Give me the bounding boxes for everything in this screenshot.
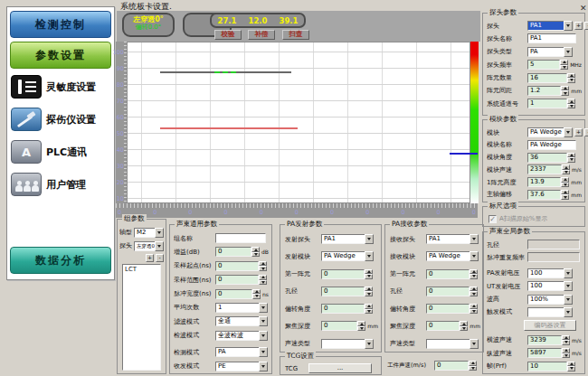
element-height-input[interactable]: 13.9 <box>527 177 561 187</box>
spinner[interactable] <box>561 190 569 200</box>
system-channel-input[interactable]: 1 <box>527 99 567 108</box>
chevron-down-icon[interactable] <box>564 281 573 291</box>
spinner[interactable] <box>365 287 373 296</box>
txrx-mode-select[interactable]: PE <box>215 362 268 371</box>
tx-focus-depth-input[interactable]: 0 <box>321 321 357 331</box>
chevron-down-icon[interactable] <box>259 303 268 313</box>
chevron-down-icon[interactable] <box>155 228 164 238</box>
spinner[interactable] <box>562 348 570 358</box>
spinner[interactable] <box>561 86 569 96</box>
probe-frequency-input[interactable]: 5 <box>527 60 560 70</box>
spinner[interactable] <box>251 247 260 257</box>
rectify-mode-select[interactable]: 全波检波 <box>215 331 268 341</box>
rx-probe-select[interactable]: PA1 <box>426 234 479 244</box>
chevron-down-icon[interactable] <box>365 251 374 261</box>
calibrate-button[interactable]: 校验 <box>214 30 242 40</box>
spinner[interactable] <box>562 164 570 174</box>
chevron-down-icon[interactable] <box>155 241 164 251</box>
tx-wedge-select[interactable]: PA Wedge <box>321 251 374 261</box>
spinner[interactable] <box>365 269 373 279</box>
add-probe-button[interactable]: + <box>574 22 583 30</box>
remove-group-button[interactable]: - <box>156 254 164 262</box>
chevron-down-icon[interactable] <box>469 339 479 349</box>
rx-aperture-input[interactable]: 0 <box>426 287 469 296</box>
marker-line-green[interactable] <box>214 71 236 73</box>
wedge-name-input[interactable]: PA Wedge <box>527 140 576 150</box>
tcg-edit-button[interactable]: ... <box>308 363 372 373</box>
element-count-input[interactable]: 16 <box>527 73 567 83</box>
sidebar-item-flaw-detector[interactable]: 探伤仪设置 <box>11 103 112 136</box>
sample-range-input[interactable]: 0 <box>215 275 259 285</box>
rx-steer-angle-input[interactable]: 0 <box>426 304 469 314</box>
rx-first-element-input[interactable]: 0 <box>426 269 469 279</box>
rx-focus-depth-input[interactable]: 0 <box>426 321 460 331</box>
chevron-down-icon[interactable] <box>259 362 268 371</box>
element-pitch-input[interactable]: 1.2 <box>527 86 561 96</box>
detect-mode-select[interactable]: PA <box>215 347 268 357</box>
sidebar-item-users[interactable]: 用户管理 <box>11 168 112 201</box>
axis-type-select[interactable]: M2 <box>134 228 164 238</box>
chevron-down-icon[interactable] <box>564 127 573 137</box>
spinner[interactable] <box>469 287 478 296</box>
filter-mode-select[interactable]: 全通 <box>215 316 268 326</box>
remove-wedge-button[interactable]: - <box>584 128 588 136</box>
group-list[interactable]: LCT <box>122 264 161 371</box>
wedge-angle-input[interactable]: 36 <box>527 153 567 163</box>
close-icon[interactable]: ✕ <box>580 4 587 13</box>
chevron-down-icon[interactable] <box>564 268 573 278</box>
sidebar-item-plc[interactable]: PLC通讯 <box>11 136 112 168</box>
sidebar-button-data-analysis[interactable]: 数据分析 <box>10 247 111 274</box>
group-probe-select[interactable]: 左穿透0° <box>134 241 164 251</box>
chevron-down-icon[interactable] <box>564 307 573 317</box>
spinner[interactable] <box>469 269 478 279</box>
spinner[interactable] <box>259 275 267 285</box>
ascan-scale-checkbox[interactable]: ✓ <box>488 215 497 223</box>
compensate-button[interactable]: 补偿 <box>248 30 275 40</box>
probe-select[interactable]: PA1 <box>527 21 573 31</box>
remove-probe-button[interactable]: - <box>584 22 588 30</box>
spinner[interactable] <box>567 73 575 83</box>
spinner[interactable] <box>252 289 261 299</box>
chevron-down-icon[interactable] <box>259 316 268 326</box>
spinner[interactable] <box>561 177 569 187</box>
spinner[interactable] <box>259 261 267 271</box>
average-count-select[interactable]: 1 <box>215 303 268 313</box>
tx-steer-angle-input[interactable]: 0 <box>321 304 365 314</box>
longitudinal-velocity-input[interactable]: 5897 <box>527 348 562 358</box>
chevron-down-icon[interactable] <box>365 339 374 349</box>
chevron-down-icon[interactable] <box>259 331 268 341</box>
wave-height-select[interactable]: 100% <box>527 295 573 305</box>
tx-first-element-input[interactable]: 0 <box>321 269 365 279</box>
spinner[interactable] <box>469 361 477 371</box>
spinner[interactable] <box>567 99 575 108</box>
scan-plot-area[interactable] <box>127 42 470 203</box>
gate-line-red[interactable] <box>160 127 298 129</box>
chevron-down-icon[interactable] <box>259 347 268 357</box>
chevron-down-icon[interactable] <box>564 47 573 57</box>
workpiece-velocity-input[interactable]: 0 <box>434 361 469 371</box>
spinner[interactable] <box>562 335 570 345</box>
pa-voltage-select[interactable]: 100 <box>527 268 573 278</box>
ut-voltage-select[interactable]: 100 <box>527 281 573 291</box>
gain-input[interactable]: 0 <box>215 247 251 257</box>
encoder-settings-button[interactable]: 编码器设置 <box>524 320 576 331</box>
group-name-input[interactable] <box>215 233 266 243</box>
tx-aperture-input[interactable]: 0 <box>321 287 365 296</box>
wedge-select[interactable]: PA Wedge <box>527 127 573 137</box>
wedge-velocity-input[interactable]: 2337 <box>527 164 562 174</box>
spinner[interactable] <box>567 362 575 371</box>
sidebar-item-sensitivity[interactable]: 灵敏度设置 <box>11 70 112 103</box>
spinner[interactable] <box>567 153 575 163</box>
scan-button[interactable]: 扫查 <box>282 30 309 40</box>
spinner[interactable] <box>365 304 373 314</box>
trigger-mode-select[interactable] <box>527 307 573 317</box>
chevron-down-icon[interactable] <box>469 251 479 261</box>
axis-offset-input[interactable]: 37.6 <box>527 190 561 200</box>
spinner[interactable] <box>560 60 568 70</box>
probe-type-select[interactable]: PA <box>527 47 573 57</box>
chevron-down-icon[interactable] <box>564 21 573 31</box>
chevron-down-icon[interactable] <box>564 295 573 305</box>
add-group-button[interactable]: + <box>146 254 154 262</box>
chevron-down-icon[interactable] <box>469 234 479 244</box>
spinner[interactable] <box>469 304 478 314</box>
